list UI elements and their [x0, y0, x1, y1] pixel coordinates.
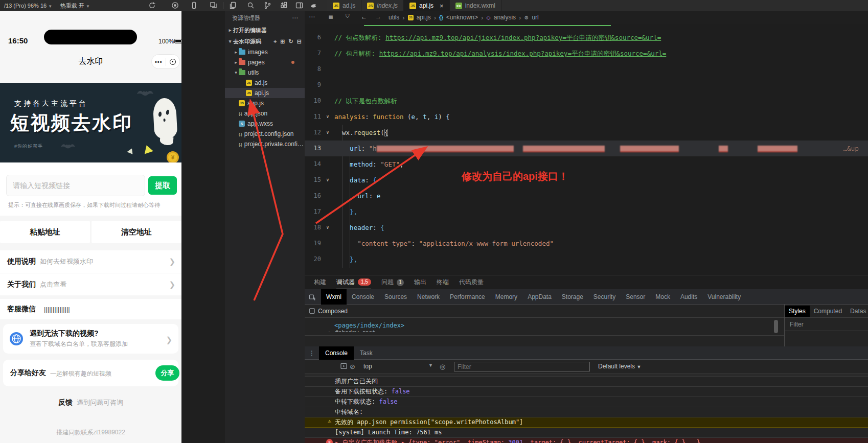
log-levels-selector[interactable]: Default levels ▼ [598, 363, 641, 370]
element-node[interactable]: <pages/index/index> [305, 318, 784, 329]
composed-checkbox[interactable] [309, 308, 315, 314]
layout-icon[interactable] [295, 2, 304, 10]
scrollbar-thumb[interactable] [774, 320, 778, 333]
console-tab-Task[interactable]: Task [354, 346, 379, 360]
compile-icon[interactable] [148, 2, 156, 10]
console-filter-input[interactable] [454, 362, 590, 371]
panel-tab-终端[interactable]: 终端 [437, 278, 449, 287]
tree-item-project.private.config.js…[interactable]: {..}project.private.config.js… [225, 139, 305, 149]
record-icon[interactable] [171, 2, 179, 10]
devtools-tab-Memory[interactable]: Memory [490, 289, 522, 305]
close-icon[interactable]: × [440, 3, 444, 9]
panel-tab-问题[interactable]: 问题1 [381, 278, 404, 287]
shadow-root-node[interactable]: ▸ #shadow-root [305, 329, 784, 332]
breadcrumb-item[interactable]: url [532, 14, 538, 21]
file-tab-ad.js[interactable]: JSad.js [327, 0, 361, 11]
fold-icon[interactable]: ∨ [321, 172, 334, 188]
panel-tab-调试器[interactable]: 调试器1,5 [336, 275, 371, 289]
service-wechat-row[interactable]: 客服微信 ||||||||||||||| [0, 299, 181, 319]
breadcrumb-item[interactable]: <unknown> [446, 14, 478, 21]
styles-tab-Styles[interactable]: Styles [785, 306, 810, 317]
devtools-tab-Sources[interactable]: Sources [379, 289, 412, 305]
more-menu-button[interactable]: ••• [152, 55, 166, 68]
tree-item-app.js[interactable]: JSapp.js [225, 98, 305, 108]
tree-item-api.js[interactable]: JSapi.js [225, 88, 305, 98]
tree-item-app.json[interactable]: {..}app.json [225, 108, 305, 119]
tree-item-pages[interactable]: ▸pages [225, 57, 305, 67]
eye-icon[interactable]: ◎ [440, 363, 445, 370]
multi-window-icon[interactable] [210, 2, 218, 10]
styles-tab-Computed[interactable]: Computed [810, 306, 846, 317]
kebab-menu-icon[interactable]: ⋮ [309, 349, 315, 357]
fold-icon[interactable]: ∨ [321, 109, 334, 125]
breadcrumb-item[interactable]: analysis [494, 14, 516, 21]
more-actions-icon[interactable]: ⋯ [292, 11, 299, 25]
devtools-tab-AppData[interactable]: AppData [522, 289, 557, 305]
devtools-tab-Mock[interactable]: Mock [650, 289, 675, 305]
context-selector[interactable]: top [363, 363, 372, 370]
new-folder-icon[interactable]: ⊞ [280, 38, 285, 45]
show-sidebar-icon[interactable] [340, 363, 347, 371]
close-minibar-button[interactable] [166, 55, 180, 68]
more-actions-icon[interactable]: ⋯ [309, 13, 315, 20]
menu-item-usage[interactable]: 使用说明 如何去短视频水印 ❯ [0, 250, 181, 273]
tree-item-images[interactable]: ▸images [225, 47, 305, 57]
console-row-error[interactable]: ×▸ 自定义广告加载失败 ▸ {type: "error", timeStamp… [305, 438, 868, 443]
breadcrumb-item[interactable]: utils [389, 14, 399, 21]
code-editor[interactable]: 6// 包点数解析: https://api.mz9.top/api/jiexi… [305, 24, 868, 275]
fold-icon[interactable]: ∨ [321, 220, 334, 236]
tree-item-utils[interactable]: ▾utils [225, 67, 305, 78]
devtools-tab-Storage[interactable]: Storage [557, 289, 588, 305]
new-file-icon[interactable]: + [273, 38, 277, 44]
fold-icon[interactable]: ∨ [321, 125, 334, 141]
whale-icon[interactable] [310, 2, 318, 10]
hot-reload-toggle[interactable]: 热重载 开▼ [60, 0, 90, 11]
outline-icon[interactable]: ≣ [328, 13, 333, 20]
explorer-icon[interactable] [229, 2, 237, 10]
clear-console-icon[interactable]: ⊘ [350, 363, 355, 370]
panel-tab-构建[interactable]: 构建 [314, 278, 326, 287]
navigate-forward-icon[interactable]: → [375, 13, 381, 20]
devtools-tab-Console[interactable]: Console [347, 289, 379, 305]
clear-address-button[interactable]: 清空地址 [92, 221, 181, 243]
styles-tab-Datas[interactable]: Datas [846, 306, 868, 317]
device-preview-icon[interactable] [190, 2, 198, 10]
file-tab-api.js[interactable]: JSapi.js× [404, 0, 450, 11]
devtools-tab-Security[interactable]: Security [588, 289, 621, 305]
extract-button[interactable]: 提取 [148, 176, 177, 195]
devtools-tab-Network[interactable]: Network [412, 289, 445, 305]
project-section[interactable]: ▾去水印源码 + ⊞ ↻ ⊟ [225, 36, 305, 47]
search-icon[interactable] [247, 2, 255, 10]
devtools-tab-Performance[interactable]: Performance [445, 289, 490, 305]
breadcrumb-item[interactable]: api.js [417, 14, 431, 21]
video-link-input[interactable] [6, 175, 145, 196]
device-selector[interactable]: /13 (Pro) 96% 16▼ [4, 0, 52, 11]
console-tab-Console[interactable]: Console [319, 346, 354, 360]
file-tab-index.js[interactable]: JSindex.js [361, 0, 404, 11]
file-tab-index.wxml[interactable]: <>index.wxml [450, 0, 501, 11]
open-editors-section[interactable]: ▸打开的编辑器 [225, 25, 305, 36]
devtools-tab-Wxml[interactable]: Wxml [321, 289, 347, 305]
refresh-explorer-icon[interactable]: ↻ [289, 38, 293, 45]
menu-item-about[interactable]: 关于我们 点击查看 ❯ [0, 273, 181, 295]
git-icon[interactable] [264, 2, 272, 10]
panel-tab-代码质量[interactable]: 代码质量 [459, 278, 484, 287]
extensions-icon[interactable] [280, 2, 288, 10]
devtools-tab-Sensor[interactable]: Sensor [621, 289, 650, 305]
devtools-tab-Vulnerability[interactable]: Vulnerability [702, 289, 746, 305]
paste-address-button[interactable]: 粘贴地址 [0, 221, 90, 243]
tree-item-project.config.json[interactable]: {..}project.config.json [225, 129, 305, 139]
devtools-tab-Audits[interactable]: Audits [675, 289, 702, 305]
inspect-element-icon[interactable] [309, 293, 317, 301]
navigate-back-icon[interactable]: ← [361, 13, 367, 20]
tree-item-app.wxss[interactable]: Sapp.wxss [225, 119, 305, 129]
feedback-row[interactable]: 反馈 遇到问题可咨询 [0, 398, 181, 407]
collapse-folders-icon[interactable]: ⊟ [297, 38, 302, 45]
panel-tab-输出[interactable]: 输出 [414, 278, 426, 287]
tree-item-ad.js[interactable]: JSad.js [225, 78, 305, 88]
styles-filter-input[interactable]: Filter [785, 318, 868, 331]
share-button[interactable]: 分享 [155, 365, 179, 381]
wxml-element-tree[interactable]: <pages/index/index> ▸ #shadow-root [305, 318, 784, 346]
bookmark-icon[interactable]: ⛉ [346, 13, 350, 19]
download-help-card[interactable]: 遇到无法下载的视频? 查看下载域名白名单，联系客服添加 ❯ [3, 324, 178, 354]
